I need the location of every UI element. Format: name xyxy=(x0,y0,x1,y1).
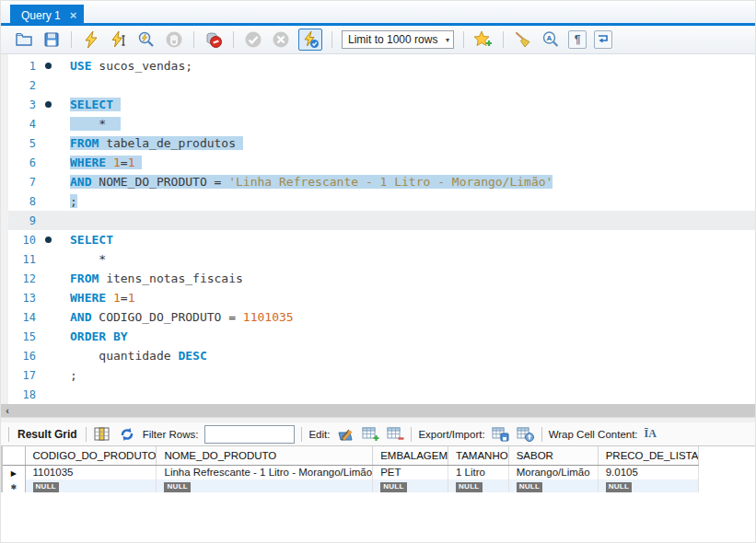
editor-line[interactable]: 6WHERE 1=1 xyxy=(8,153,755,172)
line-number: 11 xyxy=(8,253,36,266)
line-number: 5 xyxy=(8,137,36,150)
table-cell[interactable]: 1 Litro xyxy=(448,465,509,479)
column-header-nome_do_produto[interactable]: NOME_DO_PRODUTO xyxy=(157,446,373,465)
toolbar-separator xyxy=(86,427,87,442)
scroll-left-icon[interactable]: ‹ xyxy=(1,404,14,417)
save-icon[interactable] xyxy=(41,29,62,50)
pilcrow-glyph: ¶ xyxy=(575,33,581,46)
editor-line[interactable]: 7AND NOME_DO_PRODUTO = 'Linha Refrescant… xyxy=(8,172,755,191)
editor-horizontal-scrollbar[interactable]: ‹ xyxy=(1,404,755,417)
editor-line[interactable]: 4 * xyxy=(8,114,755,133)
editor-line[interactable]: 8; xyxy=(8,191,755,211)
code-text: quantidade DESC xyxy=(54,349,207,363)
null-badge: NULL xyxy=(456,482,483,492)
limit-rows-value: Limit to 1000 rows xyxy=(348,33,442,46)
table-cell[interactable]: 1101035 xyxy=(25,465,157,479)
code-text: FROM itens_notas_fiscais xyxy=(54,272,243,285)
toolbar-separator xyxy=(193,31,194,48)
column-header-embalagem[interactable]: EMBALAGEM xyxy=(373,446,448,465)
autocommit-toggle-icon[interactable] xyxy=(298,29,322,51)
table-cell[interactable]: Linha Refrescante - 1 Litro - Morango/Li… xyxy=(157,465,373,479)
editor-line[interactable]: 18 xyxy=(8,385,755,404)
table-cell[interactable]: Morango/Limão xyxy=(508,465,598,479)
code-text: AND CODIGO_DO_PRODUTO = 1101035 xyxy=(54,310,294,324)
editor-line[interactable]: 12FROM itens_notas_fiscais xyxy=(8,269,755,288)
stop-icon xyxy=(164,29,184,50)
import-records-icon[interactable] xyxy=(517,426,535,443)
code-text: SELECT xyxy=(54,98,121,111)
null-badge: NULL xyxy=(517,482,543,492)
column-header-preco_de_lista[interactable]: PRECO_DE_LISTA xyxy=(598,446,699,465)
editor-line[interactable]: 16 quantidade DESC xyxy=(8,346,755,365)
wrap-text-icon[interactable] xyxy=(594,30,612,49)
snippet-star-icon[interactable] xyxy=(473,29,494,50)
null-cell[interactable]: NULL xyxy=(508,479,598,492)
beautify-broom-icon[interactable] xyxy=(513,29,533,50)
explain-icon[interactable] xyxy=(136,29,157,50)
column-header-tamanho[interactable]: TAMANHO xyxy=(448,446,509,465)
execute-icon[interactable] xyxy=(81,29,101,50)
close-icon[interactable]: × xyxy=(70,9,77,21)
line-number: 13 xyxy=(8,292,36,305)
null-cell[interactable]: NULL xyxy=(448,479,509,492)
editor-tab-strip: Query 1 × xyxy=(1,1,755,26)
code-text: * xyxy=(54,117,121,131)
null-cell[interactable]: NULL xyxy=(373,479,448,492)
column-header-codigo_do_produto[interactable]: CODIGO_DO_PRODUTO xyxy=(25,446,157,465)
new-row-star-icon[interactable]: ✱ xyxy=(2,479,25,492)
sql-editor[interactable]: 1USE sucos_vendas;23SELECT 4 * 5FROM tab… xyxy=(1,54,755,404)
open-file-icon[interactable] xyxy=(14,29,34,50)
null-cell[interactable]: NULL xyxy=(157,479,373,492)
invisibles-pilcrow-icon[interactable]: ¶ xyxy=(568,30,587,49)
edit-pencil-icon[interactable] xyxy=(336,426,355,443)
editor-line[interactable]: 5FROM tabela_de_produtos xyxy=(8,133,755,153)
refresh-icon[interactable] xyxy=(118,426,136,443)
editor-line[interactable]: 3SELECT xyxy=(8,95,755,114)
active-tab-underline xyxy=(1,23,755,26)
execute-current-icon[interactable] xyxy=(109,29,129,50)
toolbar-separator xyxy=(233,31,234,48)
editor-line[interactable]: 9 xyxy=(8,211,755,230)
line-number: 15 xyxy=(8,330,36,343)
editor-line[interactable]: 2 xyxy=(8,75,755,95)
editor-line[interactable]: 10SELECT xyxy=(8,230,755,249)
line-number: 18 xyxy=(8,388,36,401)
tab-title: Query 1 xyxy=(21,9,61,22)
mysql-workbench-query-window: Query 1 × xyxy=(0,0,756,543)
null-cell[interactable]: NULL xyxy=(598,479,699,492)
editor-line[interactable]: 13WHERE 1=1 xyxy=(8,288,755,307)
editor-line[interactable]: 14AND CODIGO_DO_PRODUTO = 1101035 xyxy=(8,307,755,327)
code-text: USE sucos_vendas; xyxy=(54,59,192,73)
line-number: 3 xyxy=(8,98,36,111)
code-text: * xyxy=(54,252,106,266)
statement-marker-icon xyxy=(41,237,54,243)
find-icon[interactable]: A xyxy=(541,29,561,50)
svg-text:A: A xyxy=(547,34,552,42)
table-cell[interactable]: PET xyxy=(373,465,448,479)
delete-row-icon[interactable] xyxy=(386,426,404,443)
wrap-cell-label: Wrap Cell Content: xyxy=(549,429,638,440)
grid-view-icon[interactable] xyxy=(93,426,111,443)
commit-icon xyxy=(243,29,263,50)
wrap-cell-icon[interactable]: ĪA xyxy=(645,427,657,441)
stop-on-error-icon[interactable] xyxy=(204,29,224,50)
current-row-arrow-icon[interactable]: ▶ xyxy=(2,465,25,479)
line-number: 7 xyxy=(8,176,36,189)
editor-line[interactable]: 17; xyxy=(8,365,755,385)
table-cell[interactable]: 9.0105 xyxy=(598,465,699,479)
filter-rows-input[interactable] xyxy=(204,425,295,444)
query-toolbar: Limit to 1000 rows ▾ A ¶ xyxy=(1,26,755,54)
editor-line[interactable]: 15ORDER BY xyxy=(8,327,755,346)
limit-rows-dropdown[interactable]: Limit to 1000 rows ▾ xyxy=(342,30,454,49)
result-grid-title: Result Grid xyxy=(17,428,77,441)
code-text: ; xyxy=(54,368,77,382)
add-row-icon[interactable] xyxy=(361,426,379,443)
editor-line[interactable]: 1USE sucos_vendas; xyxy=(8,56,755,75)
chevron-down-icon: ▾ xyxy=(446,36,449,44)
edit-label: Edit: xyxy=(308,429,330,440)
editor-line[interactable]: 11 * xyxy=(8,249,755,269)
column-header-sabor[interactable]: SABOR xyxy=(508,446,598,465)
null-cell[interactable]: NULL xyxy=(25,479,157,492)
export-recordset-icon[interactable] xyxy=(492,426,510,443)
code-text: SELECT xyxy=(54,233,113,247)
